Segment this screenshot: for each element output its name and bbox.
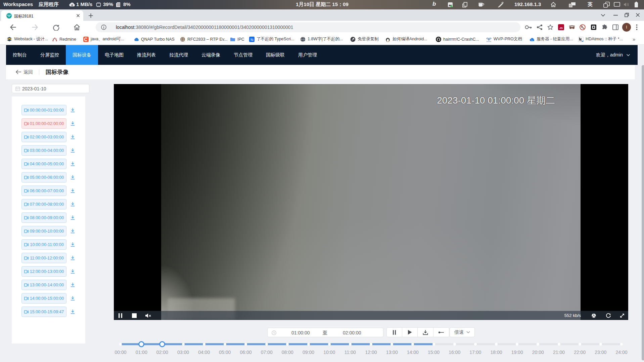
svg-text:WVP-PRO: WVP-PRO bbox=[487, 41, 492, 42]
svg-text:知: 知 bbox=[250, 38, 254, 41]
svg-text:JS: JS bbox=[559, 27, 563, 30]
